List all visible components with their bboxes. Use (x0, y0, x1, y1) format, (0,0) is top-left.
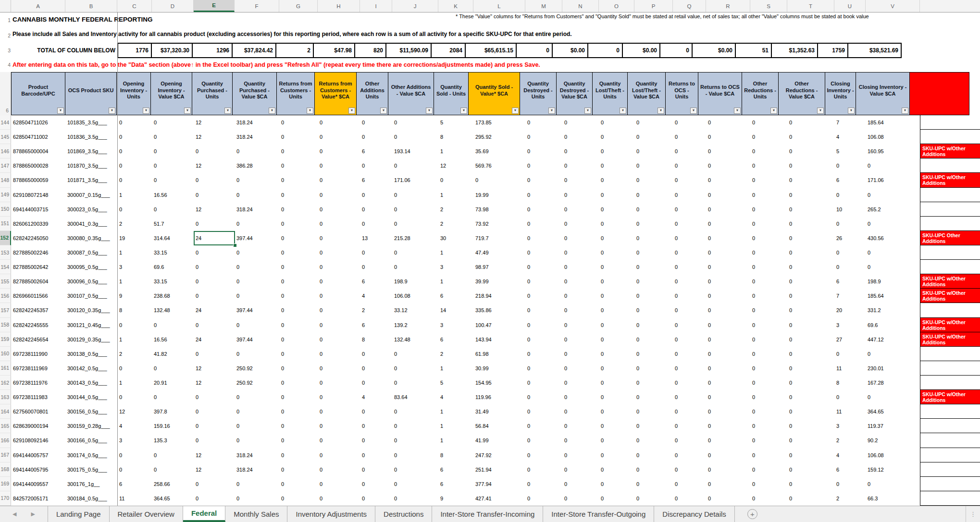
cell[interactable]: 0 (634, 130, 673, 144)
cell[interactable]: 0 (706, 274, 750, 289)
cell[interactable]: 0 (235, 188, 279, 202)
cell[interactable]: 0 (152, 173, 194, 187)
cell[interactable]: 0 (117, 130, 152, 144)
cell[interactable]: 0 (562, 332, 599, 347)
cell[interactable]: 0 (634, 173, 673, 187)
cell[interactable]: 0 (152, 202, 194, 217)
cell[interactable]: 24 (194, 303, 235, 317)
cell[interactable]: 0 (787, 289, 834, 303)
cell[interactable]: 0 (673, 188, 706, 202)
filter-dropdown-icon[interactable]: ▼ (57, 108, 64, 114)
cell[interactable]: 6 (438, 332, 473, 347)
cell[interactable]: 0 (673, 477, 706, 491)
cell[interactable]: 0 (673, 347, 706, 361)
cell[interactable]: 427.41 (473, 491, 525, 506)
row-number[interactable]: 148 (0, 173, 11, 187)
cell[interactable]: 0 (673, 231, 706, 245)
cell[interactable]: 218.94 (473, 289, 525, 303)
cell[interactable]: 318.24 (235, 115, 279, 130)
cell[interactable]: 0 (279, 404, 318, 419)
cell[interactable]: 300156_0.5g___ (65, 404, 117, 419)
cell[interactable]: 12 (194, 202, 235, 217)
cell[interactable]: 2 (360, 303, 392, 317)
cell[interactable]: 0 (235, 274, 279, 289)
cell[interactable]: 0 (279, 231, 318, 245)
cell[interactable]: 0 (787, 188, 834, 202)
cell[interactable]: 629108072148 (11, 188, 65, 202)
row-number[interactable]: 146 (0, 144, 11, 158)
cell[interactable]: 0 (673, 274, 706, 289)
cell[interactable]: 69.6 (152, 260, 194, 274)
cell[interactable]: 0 (279, 217, 318, 231)
cell[interactable]: 0 (866, 217, 920, 231)
select-all-corner[interactable] (0, 0, 11, 12)
cell[interactable]: 0 (318, 202, 360, 217)
cell[interactable]: 0 (360, 433, 392, 448)
cell[interactable]: 0 (834, 390, 866, 404)
cell[interactable]: 0 (706, 115, 750, 130)
cell[interactable]: 0 (279, 419, 318, 433)
cell[interactable]: 0 (562, 188, 599, 202)
cell[interactable]: 627560070801 (11, 404, 65, 419)
cell[interactable]: 0 (525, 231, 562, 245)
cell[interactable]: 314.64 (152, 231, 194, 245)
cell[interactable]: 26 (834, 231, 866, 245)
cell[interactable]: 101870_3.5g___ (65, 158, 117, 173)
cell[interactable]: 0 (235, 390, 279, 404)
cell[interactable]: 0 (562, 217, 599, 231)
cell[interactable]: 0 (392, 448, 438, 462)
row-number[interactable]: 152 (0, 231, 11, 245)
cell[interactable]: 0 (834, 245, 866, 260)
cell[interactable]: 4 (834, 448, 866, 462)
cell[interactable]: 0 (834, 477, 866, 491)
cell[interactable]: 300166_0.5g___ (65, 433, 117, 448)
cell[interactable]: 0 (279, 158, 318, 173)
cell[interactable]: 0 (279, 115, 318, 130)
cell[interactable]: 0 (599, 289, 634, 303)
cell[interactable]: 0 (599, 158, 634, 173)
cell[interactable]: 258.66 (152, 477, 194, 491)
cell[interactable]: 0 (562, 491, 599, 506)
cell[interactable]: 0 (673, 318, 706, 332)
cell[interactable]: 300096_0.5g___ (65, 274, 117, 289)
cell[interactable]: 0 (392, 361, 438, 376)
cell[interactable]: 0 (152, 361, 194, 376)
cell[interactable]: 0 (634, 462, 673, 477)
cell[interactable]: 0 (279, 144, 318, 158)
cell[interactable]: 0 (360, 448, 392, 462)
cell[interactable]: 0 (750, 231, 787, 245)
cell[interactable]: 6 (438, 289, 473, 303)
cell[interactable]: 0 (318, 245, 360, 260)
cell[interactable]: 154.95 (473, 376, 525, 390)
cell[interactable]: 198.9 (392, 274, 438, 289)
cell[interactable]: 0 (194, 477, 235, 491)
cell[interactable]: 0 (152, 144, 194, 158)
cell[interactable]: 826061200339 (11, 217, 65, 231)
cell[interactable]: 0 (392, 477, 438, 491)
cell[interactable]: 0 (750, 419, 787, 433)
cell[interactable]: 397.8 (152, 404, 194, 419)
cell[interactable]: 0 (787, 217, 834, 231)
cell[interactable]: 0 (279, 274, 318, 289)
cell[interactable]: 0 (360, 361, 392, 376)
cell[interactable]: 4 (117, 419, 152, 433)
cell[interactable]: 0 (787, 303, 834, 317)
cell[interactable]: 2 (438, 217, 473, 231)
cell[interactable]: 230.01 (866, 361, 920, 376)
cell[interactable]: 628504711002 (11, 130, 65, 144)
cell[interactable]: 0 (562, 303, 599, 317)
cell[interactable]: 0 (834, 217, 866, 231)
cell[interactable]: 0 (562, 347, 599, 361)
cell[interactable]: 878865000028 (11, 158, 65, 173)
column-header[interactable]: Other Reductions - Value $CA▼ (778, 72, 825, 115)
column-letter-S[interactable]: S (750, 0, 787, 12)
cell[interactable]: 300142_0.5g___ (65, 361, 117, 376)
cell[interactable]: 0 (117, 448, 152, 462)
cell[interactable]: 33.15 (152, 274, 194, 289)
cell[interactable]: 12 (194, 462, 235, 477)
cell[interactable]: 0 (634, 202, 673, 217)
cell[interactable]: 335.86 (473, 303, 525, 317)
cell[interactable]: 0 (787, 376, 834, 390)
cell[interactable]: 0 (360, 115, 392, 130)
cell[interactable]: 8 (360, 332, 392, 347)
